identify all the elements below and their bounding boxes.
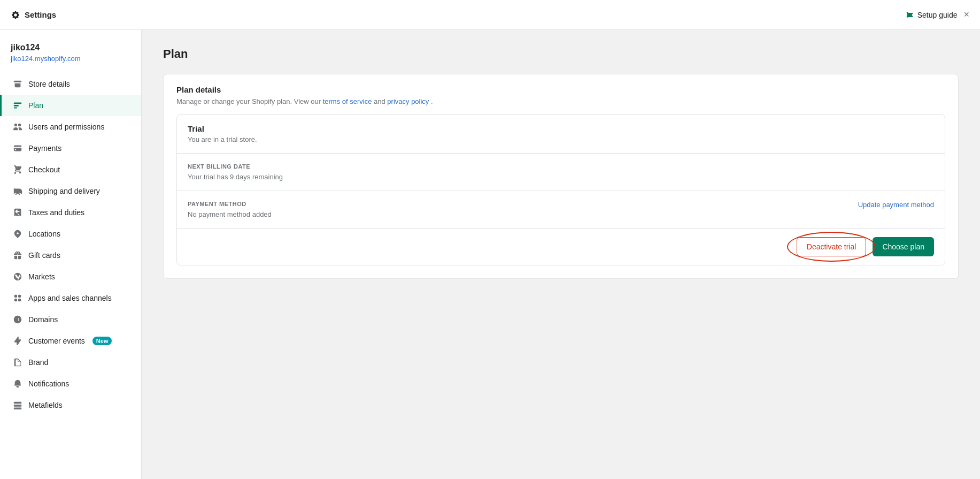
new-badge: New (92, 337, 112, 345)
sidebar-item-users-permissions[interactable]: Users and permissions (0, 116, 141, 138)
main-content: Plan Plan details Manage or change your … (142, 30, 980, 479)
plan-actions: Deactivate trial Choose plan (177, 229, 945, 265)
sidebar-item-shipping[interactable]: Shipping and delivery (0, 180, 141, 202)
sidebar-item-customer-events[interactable]: Customer events New (0, 330, 141, 352)
markets-icon (12, 271, 23, 282)
store-name: jiko124 (0, 43, 141, 55)
brand-icon (12, 357, 23, 368)
sidebar-label-payments: Payments (28, 144, 61, 153)
settings-title: Settings (11, 10, 56, 20)
sidebar-label-metafields: Metafields (28, 401, 63, 409)
sidebar-label-domains: Domains (28, 315, 58, 324)
plan-section: Trial You are in a trial store. NEXT BIL… (176, 114, 945, 265)
svg-rect-2 (14, 108, 17, 109)
store-url[interactable]: jiko124.myshopify.com (0, 55, 141, 73)
flag-icon (906, 11, 914, 19)
tos-link[interactable]: terms of service (323, 97, 372, 105)
billing-label: NEXT BILLING DATE (188, 163, 934, 170)
desc-before: Manage or change your Shopify plan. View… (176, 97, 323, 105)
payment-label: PAYMENT METHOD (188, 201, 272, 207)
close-button[interactable]: × (963, 9, 969, 20)
layout: jiko124 jiko124.myshopify.com Store deta… (0, 30, 980, 479)
update-payment-link[interactable]: Update payment method (858, 201, 934, 209)
billing-value: Your trial has 9 days remaining (188, 173, 934, 181)
topbar-left: Settings (11, 10, 56, 20)
plan-details-title: Plan details (176, 85, 945, 94)
sidebar-item-store-details[interactable]: Store details (0, 73, 141, 95)
trial-row: Trial You are in a trial store. (177, 115, 945, 154)
settings-label: Settings (25, 10, 56, 19)
plan-details-header: Plan details Manage or change your Shopi… (164, 74, 958, 114)
billing-row: NEXT BILLING DATE Your trial has 9 days … (177, 154, 945, 191)
page-title: Plan (163, 47, 959, 61)
sidebar-item-payments[interactable]: Payments (0, 138, 141, 159)
sidebar-label-apps: Apps and sales channels (28, 294, 112, 302)
gear-icon (11, 10, 20, 20)
domains-icon (12, 314, 23, 325)
sidebar-label-customer-events: Customer events (28, 337, 85, 345)
location-icon (12, 229, 23, 239)
privacy-link[interactable]: privacy policy (387, 97, 429, 105)
svg-rect-0 (14, 103, 21, 104)
sidebar-label-shipping: Shipping and delivery (28, 187, 100, 195)
sidebar-label-notifications: Notifications (28, 379, 69, 388)
notifications-icon (12, 378, 23, 389)
taxes-icon (12, 207, 23, 218)
sidebar-label-store-details: Store details (28, 80, 70, 88)
sidebar-item-plan[interactable]: Plan (0, 95, 141, 116)
payment-value: No payment method added (188, 210, 272, 218)
setup-guide-label: Setup guide (917, 11, 958, 19)
sidebar-label-taxes: Taxes and duties (28, 208, 84, 217)
payment-row: PAYMENT METHOD No payment method added U… (177, 191, 945, 229)
store-icon (12, 79, 23, 89)
sidebar-label-plan: Plan (28, 101, 43, 110)
sidebar-label-markets: Markets (28, 272, 55, 281)
users-icon (12, 121, 23, 132)
topbar-right: Setup guide × (906, 9, 969, 20)
desc-middle: and (374, 97, 387, 105)
sidebar-label-brand: Brand (28, 358, 48, 367)
sidebar-item-markets[interactable]: Markets (0, 266, 141, 287)
plan-icon (12, 100, 23, 111)
sidebar-item-domains[interactable]: Domains (0, 309, 141, 330)
deactivate-trial-button[interactable]: Deactivate trial (797, 237, 867, 256)
payments-icon (12, 143, 23, 154)
plan-card: Plan details Manage or change your Shopi… (163, 74, 959, 279)
sidebar-item-notifications[interactable]: Notifications (0, 373, 141, 394)
sidebar-item-checkout[interactable]: Checkout (0, 159, 141, 180)
sidebar-item-metafields[interactable]: Metafields (0, 394, 141, 416)
topbar: Settings Setup guide × (0, 0, 980, 30)
setup-guide-button[interactable]: Setup guide (906, 11, 958, 19)
sidebar-item-apps[interactable]: Apps and sales channels (0, 287, 141, 309)
sidebar-label-gift-cards: Gift cards (28, 251, 60, 260)
choose-plan-button[interactable]: Choose plan (873, 237, 934, 256)
payment-row-flex: PAYMENT METHOD No payment method added U… (188, 201, 934, 218)
plan-details-desc: Manage or change your Shopify plan. View… (176, 97, 945, 105)
metafields-icon (12, 400, 23, 410)
deactivate-wrap: Deactivate trial (797, 237, 867, 256)
sidebar-label-users: Users and permissions (28, 123, 104, 131)
sidebar-label-checkout: Checkout (28, 165, 60, 174)
gift-icon (12, 250, 23, 261)
shipping-icon (12, 186, 23, 196)
sidebar-label-locations: Locations (28, 230, 60, 238)
apps-icon (12, 293, 23, 303)
svg-rect-1 (14, 105, 19, 107)
sidebar-item-locations[interactable]: Locations (0, 223, 141, 245)
customer-events-icon (12, 336, 23, 346)
payment-left: PAYMENT METHOD No payment method added (188, 201, 272, 218)
sidebar-item-gift-cards[interactable]: Gift cards (0, 245, 141, 266)
desc-after: . (431, 97, 433, 105)
close-icon: × (963, 9, 969, 20)
sidebar-item-brand[interactable]: Brand (0, 352, 141, 373)
sidebar: jiko124 jiko124.myshopify.com Store deta… (0, 30, 142, 479)
checkout-icon (12, 164, 23, 175)
trial-subtitle: You are in a trial store. (188, 135, 934, 143)
sidebar-item-taxes[interactable]: Taxes and duties (0, 202, 141, 223)
trial-title: Trial (188, 124, 934, 133)
